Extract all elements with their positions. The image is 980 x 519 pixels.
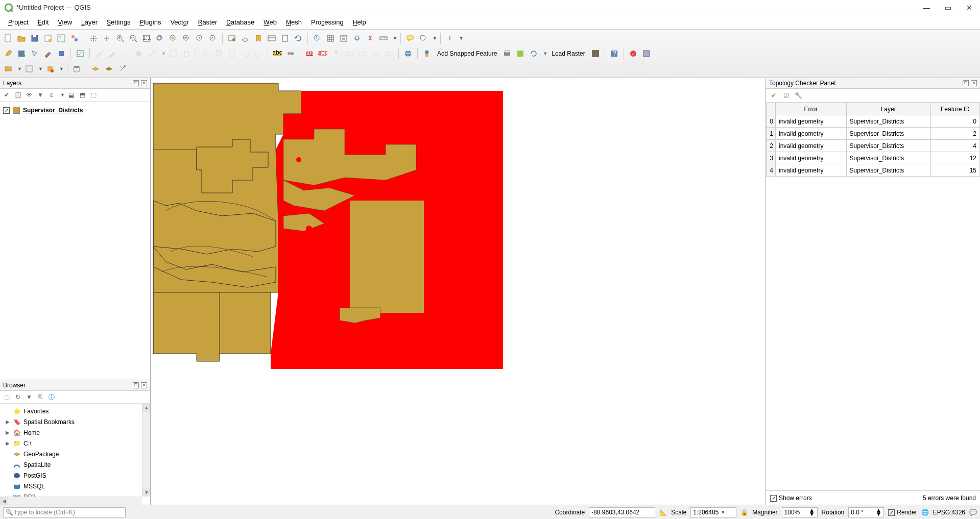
refresh-browser-icon[interactable]: ↻ xyxy=(13,392,22,402)
magnifier-input[interactable]: 100%▲▼ xyxy=(782,507,818,517)
table-row[interactable]: 2invalid geometrySupervisor_Districts4 xyxy=(767,140,980,152)
menu-view[interactable]: View xyxy=(54,16,77,28)
col-featureid[interactable]: Feature ID xyxy=(930,103,979,115)
browser-scrollbar-h[interactable]: ◀▶ xyxy=(0,497,142,505)
crs-label[interactable]: EPSG:4326 xyxy=(933,509,965,516)
add-layer-icon[interactable]: ⬚ xyxy=(2,392,11,402)
menu-mesh[interactable]: Mesh xyxy=(282,16,306,28)
copy-icon[interactable] xyxy=(212,47,225,60)
menu-web[interactable]: Web xyxy=(259,16,281,28)
spatial-bookmark-icon[interactable] xyxy=(279,32,291,44)
pan-icon[interactable] xyxy=(87,32,100,44)
menu-project[interactable]: Project xyxy=(4,16,33,28)
new-print-layout-icon[interactable] xyxy=(42,32,54,44)
new-bookmark-icon[interactable] xyxy=(252,32,265,44)
browser-item-mssql[interactable]: MSSQL xyxy=(1,481,149,491)
maximize-button[interactable]: ▭ xyxy=(943,3,952,12)
pencil-icon[interactable] xyxy=(93,47,105,60)
edit-toggle-icon[interactable] xyxy=(2,47,14,60)
select-icon[interactable] xyxy=(417,32,429,44)
geometry-checker-icon[interactable] xyxy=(640,47,653,60)
new-shapefile-icon[interactable] xyxy=(44,63,56,75)
metasearch-icon[interactable] xyxy=(402,47,414,60)
collapse-browser-icon[interactable]: ⇱ xyxy=(36,392,45,402)
help-icon[interactable]: ? xyxy=(608,47,620,60)
manage-themes-icon[interactable]: 👁 xyxy=(25,90,34,100)
browser-scrollbar-v[interactable]: ▲▼ xyxy=(142,404,150,497)
filter-expr-dropdown[interactable]: ▼ xyxy=(60,92,65,97)
refresh-icon[interactable] xyxy=(292,32,304,44)
new-geopackage-icon[interactable] xyxy=(23,63,35,75)
cut-icon[interactable] xyxy=(199,47,211,60)
label-move-icon[interactable] xyxy=(356,47,369,60)
print-icon[interactable] xyxy=(501,47,513,60)
browser-item-favorites[interactable]: ⭐Favorites xyxy=(1,406,149,416)
pencil-icon-2[interactable] xyxy=(106,47,118,60)
zoom-full-icon[interactable] xyxy=(154,32,166,44)
render-checkbox[interactable]: ✓Render xyxy=(888,509,917,516)
measure-dropdown[interactable]: ▼ xyxy=(393,36,397,41)
map-canvas[interactable] xyxy=(151,78,766,505)
browser-item-spatialite[interactable]: SpatiaLite xyxy=(1,459,149,470)
attribute-table-icon[interactable] xyxy=(324,32,337,44)
table-row[interactable]: 1invalid geometrySupervisor_Districts2 xyxy=(767,128,980,140)
add-polygon-icon[interactable] xyxy=(133,47,145,60)
remove-layer-icon[interactable]: ⬚ xyxy=(89,90,99,100)
new-shp-dropdown[interactable]: ▼ xyxy=(59,66,64,71)
field-calculator-icon[interactable] xyxy=(338,32,350,44)
menu-vector[interactable]: Vector xyxy=(166,16,193,28)
menu-layer[interactable]: Layer xyxy=(77,16,102,28)
browser-item-postgis[interactable]: PostGIS xyxy=(1,470,149,481)
label-toolbar-2-icon[interactable]: abc xyxy=(317,47,329,60)
add-vector-layer-icon[interactable] xyxy=(89,63,102,75)
zoom-native-icon[interactable]: 1:1 xyxy=(140,32,153,44)
add-group-icon[interactable]: 📋 xyxy=(13,90,22,100)
lock-icon[interactable]: 🔒 xyxy=(740,509,748,516)
save-map-icon[interactable] xyxy=(514,47,527,60)
label-pin-icon[interactable] xyxy=(330,47,342,60)
col-error[interactable]: Error xyxy=(776,103,847,115)
undo-icon[interactable] xyxy=(239,47,251,60)
save-edits-icon[interactable] xyxy=(15,47,28,60)
zoom-in-icon[interactable] xyxy=(114,32,126,44)
menu-settings[interactable]: Settings xyxy=(103,16,134,28)
locator-search[interactable]: 🔍 Type to locate (Ctrl+K) xyxy=(3,507,126,517)
messages-icon[interactable]: 💬 xyxy=(969,509,977,516)
map-tips-icon[interactable] xyxy=(404,32,416,44)
topology-check-icon[interactable] xyxy=(74,47,86,60)
layer-checkbox[interactable]: ✓ xyxy=(3,107,10,114)
filter-legend-icon[interactable]: ▼ xyxy=(36,90,45,100)
menu-help[interactable]: Help xyxy=(349,16,370,28)
table-row[interactable]: 4invalid geometrySupervisor_Districts15 xyxy=(767,164,980,177)
db-manager-icon[interactable] xyxy=(70,63,83,75)
data-source-dropdown[interactable]: ▼ xyxy=(17,66,22,71)
expand-all-icon[interactable]: ⬓ xyxy=(67,90,76,100)
new-3d-view-icon[interactable] xyxy=(239,32,251,44)
browser-item-drive[interactable]: ▶📁C:\ xyxy=(1,438,149,449)
properties-browser-icon[interactable]: ⓘ xyxy=(47,392,56,402)
reload-dropdown[interactable]: ▼ xyxy=(543,51,547,56)
vertex-dropdown[interactable]: ▼ xyxy=(161,51,166,56)
zoom-next-icon[interactable] xyxy=(207,32,219,44)
show-errors-checkbox[interactable]: ✓Show errors xyxy=(770,495,812,502)
label-toolbar-1-icon[interactable]: abc xyxy=(303,47,316,60)
table-row[interactable]: 0invalid geometrySupervisor_Districts0 xyxy=(767,115,980,128)
filter-expr-icon[interactable]: ε xyxy=(47,90,56,100)
temporal-controller-icon[interactable] xyxy=(266,32,278,44)
statistics-icon[interactable]: Σ xyxy=(364,32,376,44)
scale-input[interactable]: 1:206485▼ xyxy=(690,507,736,517)
load-raster-button[interactable]: Load Raster xyxy=(548,47,588,60)
browser-item-geopackage[interactable]: GeoPackage xyxy=(1,449,149,459)
paste-icon[interactable] xyxy=(226,47,238,60)
validate-all-icon[interactable]: ✔ xyxy=(769,91,778,100)
digitize-icon[interactable] xyxy=(55,47,67,60)
zoom-last-icon[interactable] xyxy=(194,32,206,44)
modify-attrs-icon[interactable] xyxy=(167,47,179,60)
redo-icon[interactable] xyxy=(252,47,265,60)
topology-undock-button[interactable]: □ xyxy=(963,80,969,86)
browser-item-bookmarks[interactable]: ▶🔖Spatial Bookmarks xyxy=(1,416,149,427)
label-diagram-icon[interactable] xyxy=(284,47,297,60)
close-button[interactable]: ✕ xyxy=(965,3,974,12)
current-edits-icon[interactable] xyxy=(42,47,54,60)
collapse-all-icon[interactable]: ⬒ xyxy=(78,90,87,100)
